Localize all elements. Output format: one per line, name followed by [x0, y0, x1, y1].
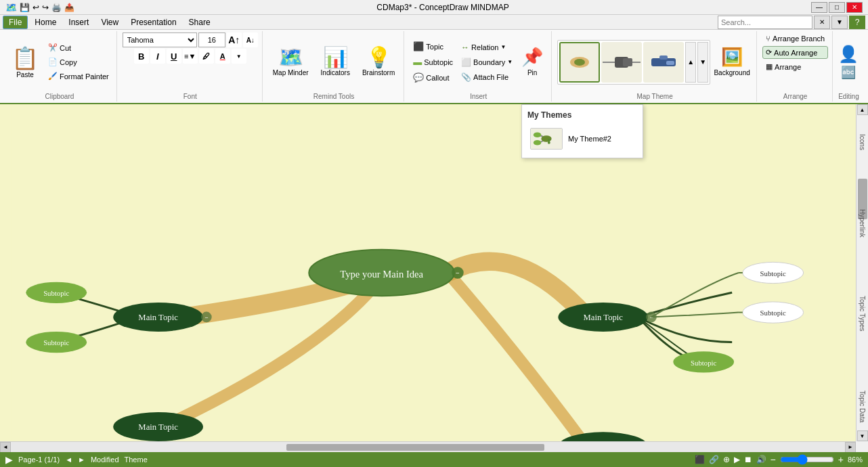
- svg-point-42: [548, 139, 550, 141]
- menu-share[interactable]: Share: [183, 16, 216, 28]
- insert-label: Insert: [470, 91, 487, 100]
- status-icon-1: ⬛: [695, 455, 705, 464]
- format-painter-button[interactable]: 🖌️ Format Painter: [45, 70, 112, 83]
- theme-scroll-down[interactable]: ▼: [697, 42, 708, 83]
- theme-name-label: My Theme#2: [568, 135, 611, 143]
- close-button[interactable]: ✕: [846, 2, 863, 13]
- status-right: ⬛ 🔗 ⊕ ▶ ⏹ 🔊 − + 86%: [695, 454, 863, 465]
- zoom-out-button[interactable]: −: [771, 454, 776, 465]
- zoom-in-button[interactable]: +: [838, 454, 844, 465]
- font-size-input[interactable]: [198, 32, 225, 47]
- theme-item-1[interactable]: [559, 42, 600, 83]
- theme-gallery[interactable]: ▲ ▼: [557, 40, 710, 85]
- relation-icon: ↔: [461, 43, 469, 52]
- subtopic-icon: ▬: [413, 57, 422, 67]
- menu-insert[interactable]: Insert: [63, 16, 94, 28]
- indicators-button[interactable]: 📊 Indicators: [316, 35, 355, 89]
- svg-text:Type your Main Idea: Type your Main Idea: [340, 269, 423, 280]
- editing-stack: 👤 🔤: [838, 45, 859, 80]
- canvas-area[interactable]: Main Topic − Subtopic Subtopic Main Topi…: [0, 104, 856, 441]
- theme-item-2[interactable]: [601, 42, 642, 83]
- brainstorm-label: Brainstorm: [362, 69, 395, 77]
- window-buttons[interactable]: — □ ✕: [811, 2, 863, 13]
- hscroll-thumb[interactable]: [286, 444, 545, 451]
- font-row-2: B I U ≡▼ 🖊 A ▼: [134, 49, 246, 64]
- side-tab-topic-data[interactable]: Topic Data: [857, 388, 867, 425]
- subtopic-button[interactable]: ▬ Subtopic: [410, 55, 456, 69]
- cut-label: Cut: [60, 44, 71, 52]
- side-tab-icons[interactable]: Icons: [857, 131, 867, 153]
- callout-button[interactable]: 💬 Callout: [410, 70, 456, 85]
- pin-button[interactable]: 📌 Pin: [517, 35, 547, 89]
- svg-text:Main Topic: Main Topic: [584, 313, 624, 322]
- relation-button[interactable]: ↔ Relation ▼: [458, 41, 516, 54]
- search-filter-button[interactable]: ▼: [831, 16, 848, 29]
- side-tabs: Icons Hyperlink Topic Types Topic Data: [856, 104, 868, 452]
- font-name-select[interactable]: Tahoma: [123, 32, 197, 47]
- help-button[interactable]: ?: [849, 16, 865, 29]
- font-grow-button[interactable]: A↑: [227, 32, 242, 47]
- minimize-button[interactable]: —: [811, 2, 827, 13]
- map-minder-button[interactable]: 🗺️ Map Minder: [268, 35, 313, 89]
- attach-file-button[interactable]: 📎 Attach File: [458, 70, 516, 84]
- font-color-dropdown[interactable]: ▼: [232, 49, 246, 64]
- map-minder-label: Map Minder: [273, 69, 309, 77]
- arrange-button[interactable]: ▦ Arrange: [762, 60, 828, 73]
- side-tab-topic-types[interactable]: Topic Types: [857, 293, 867, 334]
- svg-rect-9: [659, 55, 668, 60]
- underline-button[interactable]: U: [167, 49, 181, 64]
- insert-stack: ⬛ Topic ▬ Subtopic 💬 Callout: [410, 39, 456, 85]
- menu-view[interactable]: View: [95, 16, 124, 28]
- editing-label: Editing: [838, 91, 859, 100]
- search-input[interactable]: [718, 16, 812, 29]
- side-tab-hyperlink[interactable]: Hyperlink: [857, 206, 867, 240]
- highlight-button[interactable]: 🖊: [199, 49, 214, 64]
- align-button[interactable]: ≡▼: [183, 49, 198, 64]
- italic-button[interactable]: I: [150, 49, 165, 64]
- zoom-slider[interactable]: [780, 454, 834, 465]
- pin-label: Pin: [527, 69, 537, 77]
- topic-label: Topic: [426, 43, 443, 51]
- font-color-button[interactable]: A: [215, 49, 230, 64]
- auto-arrange-button[interactable]: ⟳ Auto Arrange: [762, 46, 828, 59]
- arrange-branch-label: Arrange Branch: [773, 35, 825, 43]
- copy-button[interactable]: 📄 Copy: [45, 55, 112, 68]
- bold-button[interactable]: B: [134, 49, 149, 64]
- horizontal-scrollbar[interactable]: ◄ ►: [0, 441, 856, 452]
- svg-text:Subtopic: Subtopic: [760, 269, 786, 277]
- svg-text:−: −: [649, 314, 653, 321]
- nav-right-button[interactable]: ►: [78, 455, 85, 464]
- theme-popup: My Themes My Theme#2: [521, 104, 643, 158]
- hscroll-left-button[interactable]: ◄: [0, 442, 11, 453]
- relation-dropdown[interactable]: ▼: [500, 44, 506, 50]
- menu-presentation[interactable]: Presentation: [125, 16, 181, 28]
- arrange-stack: ⑂ Arrange Branch ⟳ Auto Arrange ▦ Arrang…: [762, 32, 828, 73]
- cut-button[interactable]: ✂️ Cut: [45, 41, 112, 54]
- boundary-dropdown[interactable]: ▼: [507, 59, 513, 65]
- font-content: Tahoma A↑ A↓ B I U ≡▼ 🖊 A ▼: [123, 32, 258, 91]
- theme-scroll-up[interactable]: ▲: [685, 42, 696, 83]
- menu-bar: File Home Insert View Presentation Share…: [0, 15, 868, 30]
- font-shrink-button[interactable]: A↓: [243, 32, 258, 47]
- arrange-branch-button[interactable]: ⑂ Arrange Branch: [762, 32, 828, 45]
- remind-tools-content: 🗺️ Map Minder 📊 Indicators 💡 Brainstorm: [268, 32, 400, 91]
- theme-popup-item-1[interactable]: My Theme#2: [527, 125, 637, 152]
- menu-file[interactable]: File: [3, 16, 28, 29]
- attach-file-icon: 📎: [461, 72, 471, 82]
- maximize-button[interactable]: □: [829, 2, 845, 13]
- nav-left-button[interactable]: ◄: [65, 455, 72, 464]
- page-info: Page-1 (1/1): [18, 455, 60, 464]
- hscroll-right-button[interactable]: ►: [845, 442, 856, 453]
- title-icons: 🗺️ 💾 ↩ ↪ 🖨️ 📤: [5, 2, 74, 13]
- topic-button[interactable]: ⬛ Topic: [410, 39, 456, 53]
- search-clear-button[interactable]: ✕: [814, 16, 830, 29]
- brainstorm-button[interactable]: 💡 Brainstorm: [357, 35, 399, 89]
- indicators-icon: 📊: [323, 47, 348, 68]
- menu-home[interactable]: Home: [29, 16, 62, 28]
- background-button[interactable]: 🖼️ Background: [712, 35, 752, 89]
- theme-item-3[interactable]: [643, 42, 684, 83]
- boundary-button[interactable]: ⬜ Boundary ▼: [458, 55, 516, 69]
- status-play-icon[interactable]: ▶: [5, 454, 13, 465]
- format-painter-label: Format Painter: [60, 72, 109, 81]
- paste-button[interactable]: 📋 Paste: [7, 36, 43, 89]
